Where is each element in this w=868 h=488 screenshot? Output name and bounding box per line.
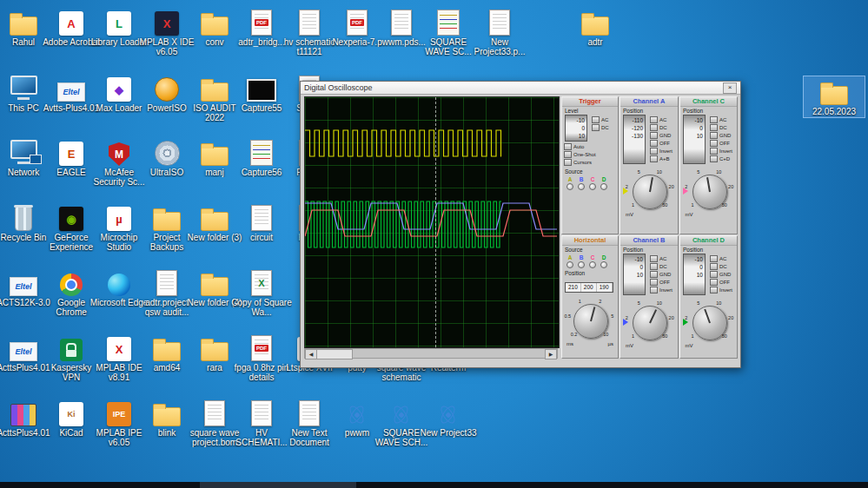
knob-scale-label: 20 — [728, 315, 733, 320]
channel-ac-button[interactable]: AC — [710, 116, 732, 123]
source-radio[interactable] — [600, 183, 607, 190]
trigger-coupling-dc-button[interactable]: DC — [592, 124, 609, 131]
source-radio[interactable] — [567, 261, 573, 268]
button-label: OFF — [659, 280, 670, 285]
button-label: AC — [719, 117, 726, 122]
source-c[interactable]: C — [589, 176, 596, 190]
channel-off-button[interactable]: OFF — [710, 140, 732, 147]
source-radio[interactable] — [589, 183, 596, 190]
source-d[interactable]: D — [600, 176, 607, 190]
channel-off-button[interactable]: OFF — [710, 279, 732, 286]
source-d[interactable]: D — [600, 254, 607, 268]
knob-scale-label: 10 — [716, 300, 721, 306]
source-radio[interactable] — [589, 261, 596, 268]
wheel-value: -130 — [626, 132, 643, 140]
knob-scale-label: 0.5 — [564, 313, 571, 319]
desktop-icon[interactable]: 22.05.2023 — [804, 76, 865, 117]
wheel-value: -10 — [686, 255, 703, 263]
channel-gnd-button[interactable]: GND — [650, 271, 673, 278]
channel-invert-button[interactable]: Invert — [650, 287, 673, 293]
taskbar-active-app[interactable] — [200, 482, 356, 488]
knob-scale-label: 1 — [692, 333, 694, 339]
knob-unit-label: mV — [626, 343, 633, 348]
icon-glyph: ◉ — [66, 213, 76, 226]
channel-section-d: Channel DPosition-10010ACDCGNDOFFInvert1… — [679, 235, 738, 359]
button-led — [564, 151, 572, 158]
channel-ac-button[interactable]: AC — [650, 116, 673, 123]
button-label: C+D — [719, 156, 730, 162]
taskbar[interactable] — [0, 482, 868, 488]
channel-position-wheel[interactable]: -110-120-130 — [623, 115, 646, 164]
channel-marker-icon — [683, 319, 692, 326]
knob-scale-label: 10 — [716, 169, 721, 175]
trace-channel-b — [305, 203, 557, 229]
icon-glyph: IPE — [113, 410, 126, 419]
wheel-value: 190 — [597, 283, 613, 292]
wheel-value: 10 — [567, 132, 585, 140]
channel-off-button[interactable]: OFF — [650, 140, 673, 147]
source-b[interactable]: B — [578, 254, 585, 268]
scope-screen — [304, 96, 560, 348]
scope-cursor-line[interactable] — [435, 97, 436, 347]
window-titlebar[interactable]: Digital Oscilloscope × — [301, 82, 740, 95]
trigger-mode-cursors-button[interactable]: Cursors — [564, 159, 616, 166]
channel-dc-button[interactable]: DC — [710, 263, 732, 270]
button-led — [650, 140, 658, 147]
button-label: AC — [659, 117, 666, 122]
close-button[interactable]: × — [723, 82, 737, 94]
channel-gnd-button[interactable]: GND — [710, 271, 732, 278]
channel-off-button[interactable]: OFF — [650, 279, 673, 286]
trigger-section: Trigger Level -10010 ACDC AutoOne-ShotCu… — [561, 96, 619, 234]
button-led — [710, 148, 718, 155]
icon-glyph: M — [115, 148, 123, 161]
channel-gnd-button[interactable]: GND — [710, 132, 732, 139]
icon-glyph: X — [258, 278, 264, 288]
channel-invert-button[interactable]: Invert — [710, 287, 732, 293]
channel-ac-button[interactable]: AC — [710, 255, 732, 262]
channel-gnd-button[interactable]: GND — [650, 132, 673, 139]
button-led — [650, 124, 658, 131]
button-led — [650, 279, 658, 286]
channel-invert-button[interactable]: Invert — [710, 148, 732, 155]
trigger-mode-auto-button[interactable]: Auto — [564, 143, 616, 150]
horizontal-position-wheel[interactable]: 210200190 — [565, 282, 613, 293]
scope-scrollbar[interactable]: ◀ ▶ — [304, 348, 558, 359]
button-label: OFF — [719, 280, 730, 285]
channel-invert-button[interactable]: Invert — [650, 148, 673, 155]
source-a[interactable]: A — [567, 254, 573, 268]
button-led — [564, 143, 572, 150]
button-led — [650, 263, 658, 270]
source-c[interactable]: C — [589, 254, 596, 268]
horizontal-source-label: Source — [562, 246, 618, 254]
channel-a-b-button[interactable]: A+B — [650, 155, 673, 162]
source-radio[interactable] — [567, 183, 573, 190]
button-led — [592, 124, 600, 131]
source-a[interactable]: A — [567, 176, 573, 190]
trigger-level-wheel[interactable]: -10010 — [565, 115, 587, 142]
scroll-thumb[interactable] — [316, 349, 353, 359]
desktop-icon[interactable]: New Project33.p... — [469, 7, 530, 57]
source-radio[interactable] — [578, 183, 585, 190]
channel-position-wheel[interactable]: -10010 — [683, 254, 706, 295]
channel-position-wheel[interactable]: -10010 — [683, 115, 706, 164]
channel-dc-button[interactable]: DC — [650, 124, 673, 131]
source-radio[interactable] — [578, 261, 585, 268]
button-led — [592, 116, 600, 123]
icon-glyph: X — [163, 17, 171, 30]
desktop-icon[interactable]: adtr — [565, 7, 626, 48]
channel-dc-button[interactable]: DC — [710, 124, 732, 131]
scroll-left-icon[interactable]: ◀ — [305, 349, 317, 359]
channel-position-wheel[interactable]: -10010 — [623, 254, 646, 295]
trigger-coupling-ac-button[interactable]: AC — [592, 116, 609, 123]
trigger-mode-one-shot-button[interactable]: One-Shot — [564, 151, 616, 158]
source-b[interactable]: B — [578, 176, 585, 190]
channel-dc-button[interactable]: DC — [650, 263, 673, 270]
desktop-icon[interactable]: XCopy of Square Wa... — [231, 267, 292, 318]
horizontal-source-selector: ABCD — [562, 254, 618, 269]
desktop-icon[interactable]: New Project33 — [418, 398, 479, 439]
channel-ac-button[interactable]: AC — [650, 255, 673, 262]
scroll-right-icon[interactable]: ▶ — [545, 349, 557, 359]
knob-scale-label: 20 — [669, 184, 674, 189]
channel-c-d-button[interactable]: C+D — [710, 155, 732, 162]
source-radio[interactable] — [600, 261, 607, 268]
